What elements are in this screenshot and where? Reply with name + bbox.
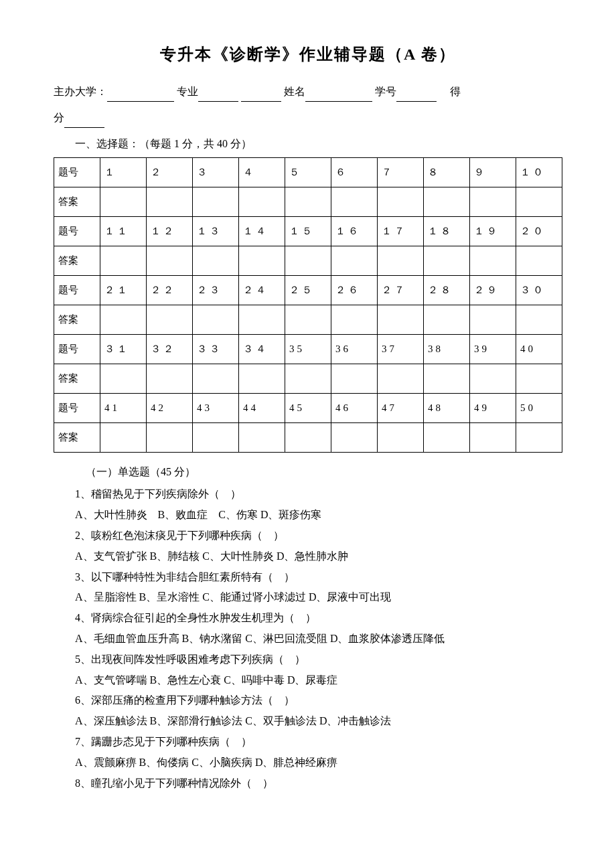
answer-cell[interactable] (516, 305, 562, 334)
score-blank[interactable] (64, 116, 104, 128)
question-number-cell: 47 (378, 393, 424, 422)
answer-cell[interactable] (516, 246, 562, 275)
university-label: 主办大学： (54, 86, 107, 97)
row-label-answer: 答案 (54, 305, 100, 334)
question-options: A、呈脂溶性 B、呈水溶性 C、能通过肾小球滤过 D、尿液中可出现 (54, 588, 562, 607)
score-line: 分 (54, 108, 562, 128)
answer-cell[interactable] (285, 305, 331, 334)
answer-cell[interactable] (424, 246, 470, 275)
answer-cell[interactable] (100, 305, 147, 334)
answer-cell[interactable] (147, 364, 193, 393)
question-options: A、毛细血管血压升高 B、钠水潴留 C、淋巴回流受阻 D、血浆胶体渗透压降低 (54, 629, 562, 649)
answer-cell[interactable] (193, 422, 239, 452)
name-blank[interactable] (305, 90, 372, 102)
answer-cell[interactable] (239, 422, 285, 452)
student-info-line: 主办大学： 专业 姓名 学号 得 (54, 82, 562, 102)
question-options: A、大叶性肺炎 B、败血症 C、伤寒 D、斑疹伤寒 (54, 506, 562, 525)
row-label-answer: 答案 (54, 187, 100, 216)
question-number-cell: ２１ (100, 275, 147, 305)
answer-cell[interactable] (516, 187, 562, 216)
question-number-cell: ３０ (516, 275, 562, 305)
subsection1-heading: （一）单选题（45 分） (54, 463, 562, 482)
answer-cell[interactable] (516, 364, 562, 393)
question-number-cell: １２ (147, 216, 193, 246)
answer-cell[interactable] (100, 364, 147, 393)
question-number-cell: １５ (285, 216, 331, 246)
answer-cell[interactable] (424, 364, 470, 393)
answer-cell[interactable] (378, 246, 424, 275)
row-label-answer: 答案 (54, 246, 100, 275)
question-number-cell: 42 (147, 393, 193, 422)
answer-cell[interactable] (239, 187, 285, 216)
question-number-cell: ９ (470, 157, 516, 187)
answer-cell[interactable] (285, 246, 331, 275)
major-blank[interactable] (198, 90, 238, 102)
question-number-cell: 38 (424, 334, 470, 364)
question-text: 3、以下哪种特性为非结合胆红素所特有（ ） (54, 568, 562, 587)
answer-cell[interactable] (378, 364, 424, 393)
answer-cell[interactable] (285, 422, 331, 452)
answer-cell[interactable] (378, 187, 424, 216)
answer-cell[interactable] (470, 422, 516, 452)
question-number-cell: １０ (516, 157, 562, 187)
id-blank[interactable] (396, 90, 437, 102)
question-options: A、支气管哮喘 B、急性左心衰 C、吗啡中毒 D、尿毒症 (54, 671, 562, 690)
question-number-cell: 46 (331, 393, 378, 422)
answer-cell[interactable] (100, 246, 147, 275)
answer-cell[interactable] (331, 246, 378, 275)
answer-cell[interactable] (470, 246, 516, 275)
question-number-cell: １１ (100, 216, 147, 246)
question-options: A、深压触诊法 B、深部滑行触诊法 C、双手触诊法 D、冲击触诊法 (54, 712, 562, 731)
answer-cell[interactable] (331, 305, 378, 334)
question-number-cell: 41 (100, 393, 147, 422)
question-number-cell: 50 (516, 393, 562, 422)
answer-cell[interactable] (193, 246, 239, 275)
answer-cell[interactable] (193, 364, 239, 393)
question-number-cell: 44 (239, 393, 285, 422)
question-number-cell: ２０ (516, 216, 562, 246)
question-text: 7、蹒跚步态见于下列哪种疾病（ ） (54, 732, 562, 752)
score-suffix: 分 (54, 112, 64, 123)
question-number-cell: ８ (424, 157, 470, 187)
answer-cell[interactable] (147, 422, 193, 452)
answer-cell[interactable] (147, 305, 193, 334)
question-number-cell: １６ (331, 216, 378, 246)
question-number-cell: 39 (470, 334, 516, 364)
university-blank[interactable] (107, 90, 174, 102)
answer-cell[interactable] (378, 422, 424, 452)
answer-cell[interactable] (331, 187, 378, 216)
answer-cell[interactable] (147, 246, 193, 275)
answer-cell[interactable] (378, 305, 424, 334)
question-text: 2、咳粉红色泡沫痰见于下列哪种疾病（ ） (54, 526, 562, 546)
answer-cell[interactable] (470, 305, 516, 334)
major-label: 专业 (177, 86, 198, 97)
question-options: A、支气管扩张 B、肺结核 C、大叶性肺炎 D、急性肺水肿 (54, 547, 562, 566)
question-number-cell: ２６ (331, 275, 378, 305)
answer-cell[interactable] (193, 305, 239, 334)
answer-cell[interactable] (331, 364, 378, 393)
answer-cell[interactable] (100, 422, 147, 452)
question-number-cell: １７ (378, 216, 424, 246)
answer-cell[interactable] (516, 422, 562, 452)
answer-cell[interactable] (285, 364, 331, 393)
answer-cell[interactable] (147, 187, 193, 216)
answer-cell[interactable] (331, 422, 378, 452)
question-number-cell: 35 (285, 334, 331, 364)
question-text: 1、稽留热见于下列疾病除外（ ） (54, 485, 562, 504)
row-label-question: 题号 (54, 216, 100, 246)
question-number-cell: 40 (516, 334, 562, 364)
question-number-cell: １ (100, 157, 147, 187)
answer-cell[interactable] (285, 187, 331, 216)
answer-cell[interactable] (424, 187, 470, 216)
answer-cell[interactable] (239, 246, 285, 275)
answer-cell[interactable] (470, 364, 516, 393)
answer-cell[interactable] (470, 187, 516, 216)
spacer-blank (241, 90, 281, 102)
question-number-cell: １４ (239, 216, 285, 246)
answer-cell[interactable] (424, 422, 470, 452)
answer-cell[interactable] (193, 187, 239, 216)
answer-cell[interactable] (239, 305, 285, 334)
answer-cell[interactable] (424, 305, 470, 334)
answer-cell[interactable] (100, 187, 147, 216)
answer-cell[interactable] (239, 364, 285, 393)
